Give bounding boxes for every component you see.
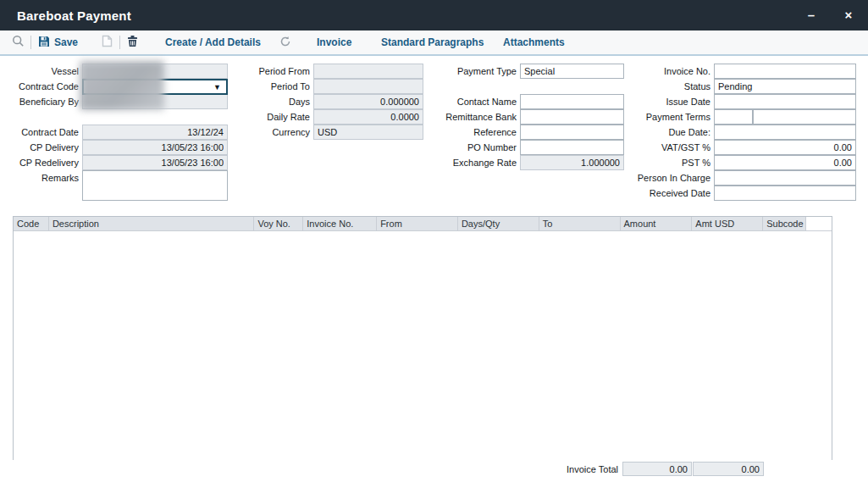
- form-group-invoice: Invoice No. Status Issue Date Payment Te…: [631, 64, 856, 201]
- copy-button[interactable]: [102, 30, 113, 54]
- person-in-charge-field[interactable]: [714, 170, 856, 186]
- payment-terms-field-1[interactable]: [714, 109, 753, 125]
- cp-redelivery-field[interactable]: [82, 155, 228, 170]
- due-date-row: Due Date:: [631, 125, 856, 140]
- cp-redelivery-row: CP Redelivery: [7, 155, 227, 170]
- status-row: Status: [631, 79, 856, 94]
- column-header-amt-usd: Amt USD: [692, 217, 763, 230]
- contract-date-label: Contract Date: [7, 125, 82, 140]
- column-header-from: From: [377, 217, 458, 230]
- exchange-rate-row: Exchange Rate: [440, 155, 627, 170]
- days-field[interactable]: [313, 94, 423, 109]
- period-from-row: Period From: [254, 64, 423, 79]
- status-label: Status: [631, 79, 714, 94]
- issue-date-row: Issue Date: [631, 94, 856, 109]
- payment-type-label: Payment Type: [440, 64, 520, 79]
- save-label: Save: [54, 36, 78, 48]
- column-header-subcode: Subcode: [763, 217, 806, 230]
- toolbar-divider: [30, 36, 31, 49]
- search-icon: [12, 35, 25, 50]
- column-header-to: To: [539, 217, 621, 230]
- remarks-field[interactable]: [82, 170, 228, 201]
- standard-paragraphs-label: Standard Paragraphs: [381, 36, 484, 48]
- contact-name-field[interactable]: [520, 94, 624, 109]
- remittance-bank-field[interactable]: [520, 109, 624, 125]
- page-icon: [102, 35, 113, 50]
- invoice-no-field[interactable]: [714, 64, 856, 79]
- invoice-total-label: Invoice Total: [474, 463, 618, 477]
- save-button[interactable]: Save: [38, 30, 78, 54]
- close-button[interactable]: ×: [839, 0, 858, 30]
- daily-rate-field[interactable]: [313, 109, 423, 125]
- table-header-row: Code Description Voy No. Invoice No. Fro…: [14, 217, 832, 231]
- due-date-label: Due Date:: [631, 125, 714, 140]
- remittance-bank-row: Remittance Bank: [440, 109, 627, 125]
- invoice-no-row: Invoice No.: [631, 64, 856, 79]
- exchange-rate-field[interactable]: [520, 155, 624, 170]
- refresh-button[interactable]: [279, 30, 291, 54]
- pst-label: PST %: [631, 155, 714, 170]
- daily-rate-row: Daily Rate: [254, 109, 423, 125]
- standard-paragraphs-button[interactable]: Standard Paragraphs: [381, 30, 484, 54]
- period-from-field[interactable]: [313, 64, 423, 79]
- table-body-empty: [14, 231, 832, 462]
- issue-date-field[interactable]: [714, 94, 856, 109]
- po-number-field[interactable]: [520, 140, 624, 155]
- contract-date-row: Contract Date: [7, 125, 227, 140]
- delete-button[interactable]: [127, 30, 138, 54]
- payment-terms-row: Payment Terms: [631, 109, 856, 125]
- create-add-details-button[interactable]: Create / Add Details: [165, 30, 261, 54]
- column-header-amount: Amount: [621, 217, 693, 230]
- save-icon: [38, 36, 50, 50]
- payment-terms-field-2[interactable]: [753, 109, 856, 125]
- person-in-charge-label: Person In Charge: [631, 170, 714, 186]
- daily-rate-label: Daily Rate: [254, 109, 313, 125]
- trash-icon: [127, 35, 138, 50]
- invoice-label: Invoice: [317, 36, 351, 48]
- form-group-payment: Payment Type Contact Name Remittance Ban…: [440, 64, 627, 170]
- received-date-label: Received Date: [631, 186, 714, 201]
- invoice-total-amount-field[interactable]: [622, 462, 692, 476]
- issue-date-label: Issue Date: [631, 94, 714, 109]
- currency-field[interactable]: [313, 125, 423, 140]
- titlebar: Bareboat Payment – ×: [0, 0, 868, 30]
- contract-date-field[interactable]: [82, 125, 228, 140]
- invoice-no-label: Invoice No.: [631, 64, 714, 79]
- reference-label: Reference: [440, 125, 520, 140]
- cp-delivery-field[interactable]: [82, 140, 228, 155]
- toolbar: Save Create / Add Details Invoice Standa…: [0, 30, 868, 56]
- vat-gst-field[interactable]: [714, 140, 856, 155]
- invoice-total-usd-field[interactable]: [693, 462, 764, 476]
- invoice-button[interactable]: Invoice: [317, 30, 351, 54]
- column-header-days-qty: Days/Qty: [458, 217, 539, 230]
- reference-row: Reference: [440, 125, 627, 140]
- column-header-invoice-no: Invoice No.: [303, 217, 377, 230]
- spacer: [7, 109, 227, 125]
- remarks-label: Remarks: [7, 170, 82, 186]
- contact-name-label: Contact Name: [440, 94, 520, 109]
- minimize-button[interactable]: –: [802, 0, 821, 30]
- payment-terms-label: Payment Terms: [631, 109, 714, 125]
- pst-row: PST %: [631, 155, 856, 170]
- line-items-table: Code Description Voy No. Invoice No. Fro…: [13, 216, 832, 460]
- pst-field[interactable]: [714, 155, 856, 170]
- reference-field[interactable]: [520, 125, 624, 140]
- column-header-voy-no: Voy No.: [254, 217, 303, 230]
- toolbar-divider: [119, 36, 120, 49]
- status-field[interactable]: [714, 79, 856, 94]
- search-button[interactable]: [12, 30, 25, 54]
- period-to-label: Period To: [254, 79, 313, 94]
- payment-type-field[interactable]: [520, 64, 624, 79]
- create-add-details-label: Create / Add Details: [165, 36, 261, 48]
- currency-label: Currency: [254, 125, 313, 140]
- received-date-field[interactable]: [714, 186, 856, 201]
- period-to-field[interactable]: [313, 79, 423, 94]
- cp-redelivery-label: CP Redelivery: [7, 155, 82, 170]
- attachments-button[interactable]: Attachments: [503, 30, 565, 54]
- due-date-field[interactable]: [714, 125, 856, 140]
- period-to-row: Period To: [254, 79, 423, 94]
- person-in-charge-row: Person In Charge: [631, 170, 856, 186]
- po-number-label: PO Number: [440, 140, 520, 155]
- payment-type-row: Payment Type: [440, 64, 627, 79]
- currency-row: Currency: [254, 125, 423, 140]
